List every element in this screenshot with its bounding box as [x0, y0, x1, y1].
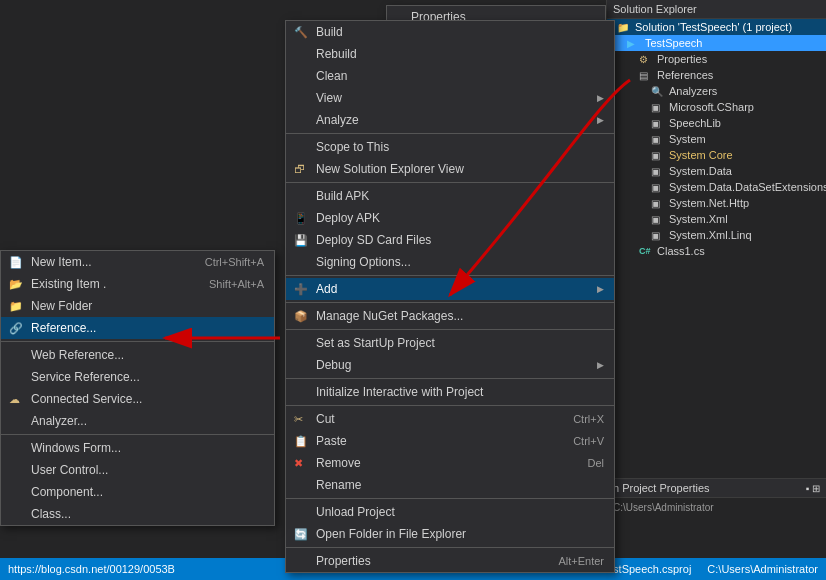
ref-speechlib[interactable]: ▣ SpeechLib [607, 115, 826, 131]
submenu-reference[interactable]: 🔗 Reference... [1, 317, 274, 339]
menu-init-interactive[interactable]: Initialize Interactive with Project [286, 381, 614, 403]
menu-analyze[interactable]: Analyze [286, 109, 614, 131]
menu-build[interactable]: 🔨 Build [286, 21, 614, 43]
menu-rename[interactable]: Rename [286, 474, 614, 496]
ref-system-xml[interactable]: ▣ System.Xml [607, 211, 826, 227]
menu-rebuild[interactable]: Rebuild [286, 43, 614, 65]
ref-system-xml-linq-icon: ▣ [651, 230, 665, 241]
menu-build-apk[interactable]: Build APK [286, 185, 614, 207]
ref-speechlib-icon: ▣ [651, 118, 665, 129]
properties-shortcut: Alt+Enter [558, 555, 604, 567]
add-submenu-sep1 [1, 341, 274, 342]
status-left-text: https://blog.csdn.net/00129/0053B [8, 563, 175, 575]
solution-icon: 📁 [617, 22, 631, 33]
ref-system-net-http[interactable]: ▣ System.Net.Http [607, 195, 826, 211]
cut-icon: ✂ [294, 413, 303, 426]
submenu-connected-service[interactable]: ☁ Connected Service... [1, 388, 274, 410]
menu-sep6 [286, 378, 614, 379]
submenu-web-reference[interactable]: Web Reference... [1, 344, 274, 366]
properties-panel-header: h Project Properties ▪ ⊞ [607, 479, 826, 498]
status-bar-right: TestSpeech.csproj C:\Users\Administrator [601, 563, 818, 575]
submenu-component[interactable]: Component... [1, 481, 274, 503]
new-folder-icon: 📁 [9, 300, 23, 313]
ref-system-core-icon: ▣ [651, 150, 665, 161]
main-context-menu: 🔨 Build Rebuild Clean View Analyze Scope… [285, 20, 615, 573]
menu-manage-nuget[interactable]: 📦 Manage NuGet Packages... [286, 305, 614, 327]
menu-sep4 [286, 302, 614, 303]
class1-cs-item[interactable]: C# Class1.cs [607, 243, 826, 259]
menu-sep5 [286, 329, 614, 330]
existing-item-shortcut: Shift+Alt+A [209, 278, 264, 290]
project-item[interactable]: ▶ TestSpeech [607, 35, 826, 51]
submenu-windows-form[interactable]: Windows Form... [1, 437, 274, 459]
ref-system-xml-linq[interactable]: ▣ System.Xml.Linq [607, 227, 826, 243]
ref-system-label: System [669, 133, 706, 145]
ref-microsoft-csharp[interactable]: ▣ Microsoft.CSharp [607, 99, 826, 115]
project-label: TestSpeech [645, 37, 702, 49]
properties-folder[interactable]: ⚙ Properties [607, 51, 826, 67]
solution-explorer-header: Solution Explorer [607, 0, 826, 19]
ref-system-data-ext-label: System.Data.DataSetExtensions [669, 181, 826, 193]
ref-system-core[interactable]: ▣ System Core [607, 147, 826, 163]
menu-deploy-apk[interactable]: 📱 Deploy APK [286, 207, 614, 229]
reference-icon: 🔗 [9, 322, 23, 335]
properties-path: C:\Users\Administrator [607, 498, 826, 517]
new-item-icon: 📄 [9, 256, 23, 269]
ref-system-core-label: System Core [669, 149, 733, 161]
ref-system-icon: ▣ [651, 134, 665, 145]
solution-root-label: Solution 'TestSpeech' (1 project) [635, 21, 792, 33]
solution-root-item[interactable]: 📁 Solution 'TestSpeech' (1 project) [607, 19, 826, 35]
properties-label: Properties [657, 53, 707, 65]
paste-shortcut: Ctrl+V [573, 435, 604, 447]
properties-panel: h Project Properties ▪ ⊞ C:\Users\Admini… [606, 478, 826, 558]
menu-cut[interactable]: ✂ Cut Ctrl+X [286, 408, 614, 430]
build-icon: 🔨 [294, 26, 308, 39]
menu-properties[interactable]: Properties Alt+Enter [286, 550, 614, 572]
submenu-new-folder[interactable]: 📁 New Folder [1, 295, 274, 317]
references-icon: ▤ [639, 70, 653, 81]
menu-debug[interactable]: Debug [286, 354, 614, 376]
menu-add[interactable]: ➕ Add [286, 278, 614, 300]
menu-paste[interactable]: 📋 Paste Ctrl+V [286, 430, 614, 452]
menu-new-solution-view[interactable]: 🗗 New Solution Explorer View [286, 158, 614, 180]
ref-system-data-icon: ▣ [651, 166, 665, 177]
menu-view[interactable]: View [286, 87, 614, 109]
menu-deploy-sd[interactable]: 💾 Deploy SD Card Files [286, 229, 614, 251]
ref-system-data[interactable]: ▣ System.Data [607, 163, 826, 179]
ref-system[interactable]: ▣ System [607, 131, 826, 147]
cut-shortcut: Ctrl+X [573, 413, 604, 425]
ref-system-net-label: System.Net.Http [669, 197, 749, 209]
submenu-existing-item[interactable]: 📂 Existing Item . Shift+Alt+A [1, 273, 274, 295]
menu-open-folder[interactable]: 🔄 Open Folder in File Explorer [286, 523, 614, 545]
menu-scope-to-this[interactable]: Scope to This [286, 136, 614, 158]
submenu-service-reference[interactable]: Service Reference... [1, 366, 274, 388]
submenu-new-item[interactable]: 📄 New Item... Ctrl+Shift+A [1, 251, 274, 273]
existing-item-icon: 📂 [9, 278, 23, 291]
analyzers-label: Analyzers [669, 85, 717, 97]
menu-signing-options[interactable]: Signing Options... [286, 251, 614, 273]
ref-ms-csharp-label: Microsoft.CSharp [669, 101, 754, 113]
menu-clean[interactable]: Clean [286, 65, 614, 87]
menu-sep3 [286, 275, 614, 276]
new-item-shortcut: Ctrl+Shift+A [205, 256, 264, 268]
menu-remove[interactable]: ✖ Remove Del [286, 452, 614, 474]
ref-system-xml-icon: ▣ [651, 214, 665, 225]
submenu-class[interactable]: Class... [1, 503, 274, 525]
menu-set-startup[interactable]: Set as StartUp Project [286, 332, 614, 354]
submenu-user-control[interactable]: User Control... [1, 459, 274, 481]
submenu-analyzer[interactable]: Analyzer... [1, 410, 274, 432]
remove-icon: ✖ [294, 457, 303, 470]
properties-icon: ⚙ [639, 54, 653, 65]
deploy-sd-icon: 💾 [294, 234, 308, 247]
analyzers-item[interactable]: 🔍 Analyzers [607, 83, 826, 99]
properties-dock-icons[interactable]: ▪ ⊞ [806, 483, 820, 494]
add-submenu-sep2 [1, 434, 274, 435]
references-folder[interactable]: ▤ References [607, 67, 826, 83]
ref-system-data-ext-icon: ▣ [651, 182, 665, 193]
ref-ms-csharp-icon: ▣ [651, 102, 665, 113]
class1-cs-icon: C# [639, 246, 653, 256]
paste-icon: 📋 [294, 435, 308, 448]
properties-panel-title: h Project Properties [613, 482, 710, 494]
menu-unload-project[interactable]: Unload Project [286, 501, 614, 523]
ref-system-data-ext[interactable]: ▣ System.Data.DataSetExtensions [607, 179, 826, 195]
